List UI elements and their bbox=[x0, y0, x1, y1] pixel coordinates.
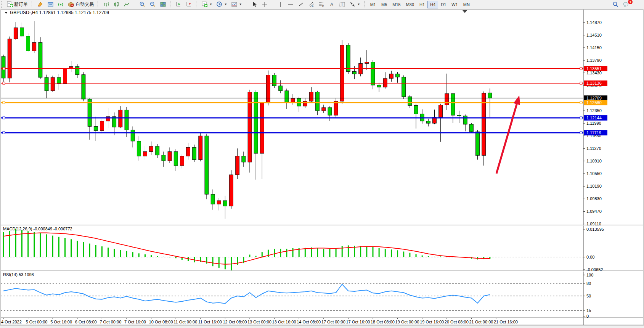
toolbar-grip bbox=[1, 1, 3, 8]
new-chart-icon bbox=[201, 1, 208, 8]
separator bbox=[272, 1, 274, 8]
separator bbox=[32, 1, 34, 8]
arrows-icon bbox=[349, 1, 356, 8]
search-button[interactable] bbox=[610, 1, 621, 8]
svg-text:13 Oct 00:00: 13 Oct 00:00 bbox=[247, 320, 271, 324]
chat-button[interactable]: 1 bbox=[621, 1, 631, 8]
tile-windows-button[interactable] bbox=[158, 1, 168, 8]
market-watch-button[interactable] bbox=[45, 1, 56, 8]
svg-text:80: 80 bbox=[586, 281, 591, 286]
svg-text:18 Oct 08:00: 18 Oct 08:00 bbox=[371, 320, 395, 324]
svg-text:1.13551: 1.13551 bbox=[586, 66, 602, 71]
chart-canvas[interactable]: GBPUSD-,H4 1.12861 1.12985 1.12175 1.127… bbox=[0, 9, 644, 326]
tab-timeframe-h4[interactable]: H4 bbox=[427, 1, 438, 8]
svg-text:21 Oct 00:00: 21 Oct 00:00 bbox=[469, 320, 493, 324]
bars-icon bbox=[103, 1, 109, 8]
svg-text:F: F bbox=[322, 5, 324, 8]
new-order-icon bbox=[6, 1, 13, 8]
vline-button[interactable] bbox=[275, 1, 286, 8]
text-label-icon: T bbox=[339, 1, 345, 8]
svg-text:20 Oct 08:00: 20 Oct 08:00 bbox=[445, 320, 469, 324]
svg-text:1.14510: 1.14510 bbox=[586, 33, 602, 37]
svg-text:14 Oct 08:00: 14 Oct 08:00 bbox=[297, 320, 321, 324]
separator bbox=[364, 1, 366, 8]
crosshair-button[interactable] bbox=[260, 1, 270, 8]
svg-text:1.11990: 1.11990 bbox=[586, 121, 601, 125]
highlighter-icon bbox=[37, 1, 43, 8]
svg-text:0: 0 bbox=[586, 314, 589, 318]
chevron-down-icon: ▼ bbox=[224, 3, 227, 6]
chart-shift-button[interactable] bbox=[184, 1, 194, 8]
new-chart-button[interactable]: ▼ bbox=[199, 1, 214, 8]
templates-button[interactable]: ▼ bbox=[229, 1, 244, 8]
hline-button[interactable] bbox=[286, 1, 296, 8]
svg-text:1.10910: 1.10910 bbox=[586, 159, 602, 163]
svg-text:10 Oct 08:00: 10 Oct 08:00 bbox=[149, 320, 173, 324]
fibonacci-button[interactable]: F bbox=[316, 1, 327, 8]
cursor-icon bbox=[251, 1, 258, 8]
autoscroll-icon bbox=[175, 1, 182, 8]
svg-text:-0.00652: -0.00652 bbox=[586, 267, 603, 272]
cursor-button[interactable] bbox=[249, 1, 260, 8]
candles-icon bbox=[113, 1, 120, 8]
line-chart-icon bbox=[124, 1, 130, 8]
tab-timeframe-m15[interactable]: M15 bbox=[390, 1, 403, 8]
tab-timeframe-d1[interactable]: D1 bbox=[438, 1, 449, 8]
tab-timeframe-h1[interactable]: H1 bbox=[417, 1, 427, 8]
svg-text:5 Oct 16:00: 5 Oct 16:00 bbox=[50, 320, 72, 324]
fibonacci-icon: F bbox=[318, 1, 325, 8]
svg-text:1.13790: 1.13790 bbox=[586, 58, 602, 63]
mt4-terminal: 新订单 自动交易 bbox=[0, 0, 644, 328]
autoscroll-button[interactable] bbox=[173, 1, 184, 8]
new-order-button[interactable]: 新订单 bbox=[5, 1, 30, 8]
arrows-button[interactable]: ▼ bbox=[347, 1, 362, 8]
signal-icon bbox=[58, 1, 64, 8]
zoom-out-icon bbox=[149, 1, 156, 8]
svg-text:19 Oct 00:00: 19 Oct 00:00 bbox=[395, 320, 419, 324]
svg-text:T: T bbox=[341, 2, 343, 6]
svg-text:17 Oct 16:00: 17 Oct 16:00 bbox=[346, 320, 370, 324]
svg-text:A: A bbox=[330, 2, 333, 7]
chevron-down-icon: ▼ bbox=[357, 3, 360, 6]
tile-windows-icon bbox=[160, 1, 166, 8]
svg-text:1.13136: 1.13136 bbox=[586, 81, 602, 85]
text-button[interactable]: A bbox=[327, 1, 337, 8]
symbol-title: GBPUSD-,H4 1.12861 1.12985 1.12175 1.127… bbox=[10, 10, 109, 15]
periods-button[interactable]: ▼ bbox=[214, 1, 229, 8]
tab-timeframe-w1[interactable]: W1 bbox=[449, 1, 461, 8]
svg-text:1.14870: 1.14870 bbox=[586, 20, 602, 25]
zoom-in-button[interactable] bbox=[137, 1, 148, 8]
svg-text:50: 50 bbox=[586, 294, 591, 298]
svg-text:1.10190: 1.10190 bbox=[586, 184, 602, 188]
svg-text:1.11270: 1.11270 bbox=[586, 146, 601, 151]
tab-timeframe-m30[interactable]: M30 bbox=[403, 1, 417, 8]
svg-text:4 Oct 2022: 4 Oct 2022 bbox=[1, 320, 22, 324]
channel-button[interactable]: E bbox=[306, 1, 316, 8]
status-strip bbox=[0, 325, 644, 328]
tab-timeframe-m1[interactable]: M1 bbox=[368, 1, 379, 8]
svg-text:11 Oct 00:00: 11 Oct 00:00 bbox=[173, 320, 197, 324]
trendline-button[interactable] bbox=[296, 1, 306, 8]
bar-chart-button[interactable] bbox=[101, 1, 111, 8]
line-chart-button[interactable] bbox=[122, 1, 132, 8]
svg-text:13 Oct 16:00: 13 Oct 16:00 bbox=[272, 320, 296, 324]
svg-text:1.10550: 1.10550 bbox=[586, 171, 602, 176]
text-label-button[interactable]: T bbox=[337, 1, 347, 8]
autotrade-button[interactable]: 自动交易 bbox=[66, 1, 96, 8]
zoom-in-icon bbox=[139, 1, 146, 8]
highlighter-button[interactable] bbox=[35, 1, 45, 8]
clock-icon bbox=[216, 1, 223, 8]
svg-text:15: 15 bbox=[586, 308, 591, 313]
tab-timeframe-m5[interactable]: M5 bbox=[379, 1, 390, 8]
svg-text:0.013595: 0.013595 bbox=[586, 227, 604, 232]
rsi-label: RSI(14) 53.1098 bbox=[3, 272, 34, 277]
svg-text:1.12709: 1.12709 bbox=[586, 96, 602, 100]
candle-chart-button[interactable] bbox=[111, 1, 122, 8]
tab-timeframe-mn[interactable]: MN bbox=[461, 1, 472, 8]
svg-text:5 Oct 00:00: 5 Oct 00:00 bbox=[26, 320, 48, 324]
chart-window-icon bbox=[47, 1, 54, 8]
notification-badge: 1 bbox=[628, 0, 633, 4]
svg-text:1.09110: 1.09110 bbox=[586, 222, 601, 226]
zoom-out-button[interactable] bbox=[148, 1, 158, 8]
signal-button[interactable] bbox=[56, 1, 66, 8]
